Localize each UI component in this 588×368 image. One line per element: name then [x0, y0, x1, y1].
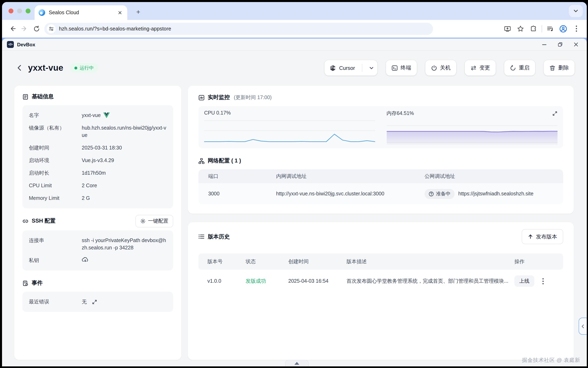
profile-button[interactable]	[557, 23, 570, 35]
col-description: 版本描述	[347, 258, 514, 265]
swap-arrows-icon	[471, 65, 477, 71]
power-icon	[431, 65, 437, 71]
col-public-address: 公网调试地址	[424, 173, 563, 180]
media-controls-button[interactable]	[544, 23, 557, 35]
status-badge: 运行中	[70, 63, 98, 73]
back-button[interactable]	[6, 23, 18, 35]
delete-button[interactable]: 删除	[544, 60, 575, 75]
screen: Sealos Cloud ✕ + hzh.sealos	[0, 0, 588, 368]
activity-icon	[198, 94, 204, 101]
events-box: 最近错误 无	[22, 292, 173, 312]
deploy-online-button[interactable]: 上线	[514, 275, 534, 287]
info-label: 创建时间	[29, 144, 82, 151]
devbox-window-controls	[542, 42, 582, 47]
terminal-icon	[392, 65, 398, 71]
events-icon	[22, 280, 29, 286]
memory-chart: 内存64.51%	[381, 106, 563, 148]
extensions-button[interactable]	[527, 23, 540, 35]
info-row-name: 名字 yxxt-vue	[29, 112, 167, 119]
basic-info-box: 名字 yxxt-vue 镜像源（私有） hub.hzh.sealos.run/n…	[22, 105, 173, 208]
info-doc-icon	[22, 94, 29, 100]
events-header: 事件	[22, 279, 173, 287]
install-app-button[interactable]	[501, 23, 514, 35]
info-row-runtime: 启动环境 Vue.js-v3.4.29	[29, 157, 167, 164]
tab-search-button[interactable]	[569, 5, 583, 17]
version-description: 首次发布圆心学堂教务管理系统，完成首页、部门管理和员工管理模块...	[347, 278, 514, 285]
col-internal-address: 内网调试地址	[276, 173, 424, 180]
expand-monitor-button[interactable]	[552, 111, 558, 116]
public-address-value[interactable]: https://jsjtswfniadh.sealoshzh.site	[458, 191, 533, 197]
back-arrow-icon	[9, 25, 16, 32]
header-actions: Cursor 终端	[325, 60, 575, 75]
info-label: Memory Limit	[29, 194, 82, 202]
monitor-header: 实时监控 (更新时间 17:00)	[198, 94, 563, 101]
ssh-connection-row: 连接串 ssh -i yourPrivateKeyPath devbox@hzh…	[29, 237, 167, 251]
forward-arrow-icon	[21, 25, 28, 32]
browser-tab[interactable]: Sealos Cloud ✕	[35, 5, 127, 20]
info-row-image: 镜像源（私有） hub.hzh.sealos.run/ns-biwi20jg/y…	[29, 124, 167, 139]
link-icon	[22, 218, 29, 224]
network-icon	[198, 158, 204, 164]
ssh-connection-value: ssh -i yourPrivateKeyPath devbox@hzh.sea…	[82, 237, 167, 251]
minimize-icon[interactable]	[542, 42, 547, 47]
close-window-button[interactable]	[9, 9, 13, 13]
reload-icon	[33, 25, 40, 32]
restore-icon[interactable]	[558, 42, 563, 47]
info-label: 私钥	[29, 257, 82, 264]
recent-error-row: 最近错误 无	[29, 298, 167, 305]
status-dot-icon	[74, 66, 77, 69]
profile-avatar-icon	[559, 25, 567, 33]
reload-button[interactable]	[30, 23, 43, 35]
network-table-row: 3000 http://yxxt-vue.ns-biwi20jg.svc.clu…	[198, 183, 563, 204]
browser-menu-button[interactable]	[570, 23, 583, 35]
page-header: yxxt-vue 运行中 Cursor	[14, 60, 575, 76]
install-icon	[504, 25, 511, 32]
info-row-cpu: CPU Limit 2 Core	[29, 182, 167, 189]
ide-dropdown-toggle[interactable]	[365, 66, 377, 70]
col-status: 状态	[246, 258, 288, 265]
devbox-app-window: </> DevBox yxxt-vue	[2, 39, 587, 366]
monitor-update-hint: (更新时间 17:00)	[234, 94, 272, 101]
version-header: 版本历史 发布版本	[198, 230, 563, 244]
info-label: 连接串	[29, 237, 82, 244]
address-bar[interactable]: hzh.sealos.run/?s=bd-sealos-marketing-ap…	[44, 23, 433, 35]
chevron-down-icon	[573, 9, 578, 13]
shutdown-button[interactable]: 关机	[425, 60, 456, 75]
bottom-dock-toggle[interactable]	[285, 360, 309, 366]
version-created: 2025-04-03 16:54	[288, 278, 347, 284]
download-key-icon[interactable]	[82, 257, 89, 263]
window-traffic-lights[interactable]	[9, 9, 30, 13]
side-panel-toggle[interactable]	[579, 318, 587, 335]
devbox-app-title: DevBox	[17, 42, 35, 47]
open-in-ide-button[interactable]: Cursor	[325, 60, 377, 75]
close-icon[interactable]	[573, 42, 579, 47]
tab-close-icon[interactable]: ✕	[117, 9, 123, 16]
release-version-button[interactable]: 发布版本	[522, 229, 563, 244]
back-to-list-button[interactable]	[14, 63, 25, 73]
zoom-window-button[interactable]	[26, 9, 30, 13]
ssh-box: 连接串 ssh -i yourPrivateKeyPath devbox@hzh…	[22, 230, 173, 270]
monitor-title: 实时监控	[208, 94, 230, 101]
col-version: 版本号	[207, 258, 246, 265]
memory-sparkline	[386, 117, 558, 145]
site-info-icon[interactable]	[47, 24, 56, 33]
trash-icon	[549, 65, 556, 71]
change-button[interactable]: 变更	[465, 60, 496, 75]
info-row-created: 创建时间 2025-03-31 18:30	[29, 144, 167, 151]
expand-icon[interactable]	[92, 299, 97, 304]
minimize-window-button[interactable]	[17, 9, 22, 13]
forward-button[interactable]	[18, 23, 30, 35]
one-click-config-button[interactable]: 一键配置	[135, 215, 173, 227]
row-menu-button[interactable]	[541, 276, 545, 286]
puzzle-icon	[530, 25, 537, 32]
info-value: 2 Core	[82, 182, 97, 189]
terminal-button[interactable]: 终端	[386, 60, 417, 75]
terminal-label: 终端	[401, 64, 411, 72]
devbox-titlebar: </> DevBox	[2, 39, 587, 51]
version-history-card: 版本历史 发布版本 版本号 状态 创建时间 版本描述 操作	[188, 222, 574, 360]
restart-button[interactable]: 重启	[504, 60, 535, 75]
new-tab-button[interactable]: +	[133, 7, 144, 18]
vue-logo-icon	[103, 112, 110, 118]
bookmark-button[interactable]	[514, 23, 527, 35]
chevron-down-icon	[369, 66, 374, 70]
